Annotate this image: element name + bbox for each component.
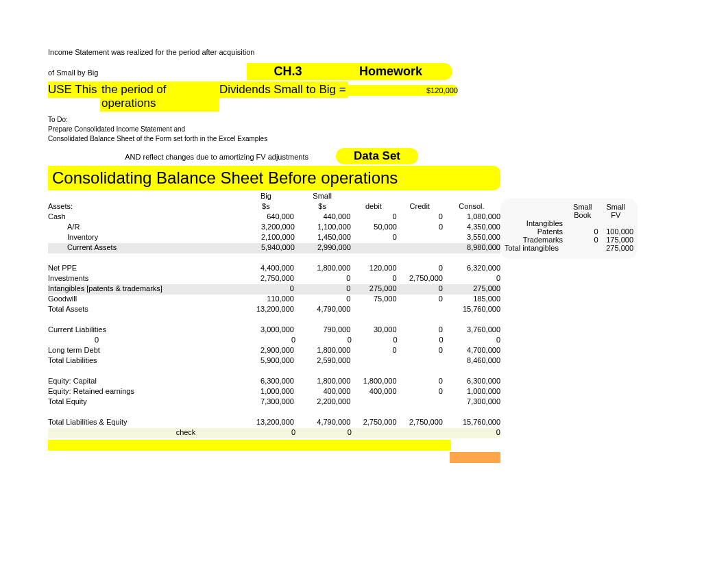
side-total-label: Total intangibles: [505, 244, 567, 252]
eqcap-big: 6,300,000: [238, 377, 294, 385]
eqcap-debit: 1,800,000: [350, 377, 396, 385]
tle-big: 13,200,000: [238, 418, 294, 426]
inventory-consol: 3,550,000: [443, 233, 500, 241]
chapter-label: CH.3: [247, 63, 329, 80]
ar-consol: 4,350,000: [443, 223, 500, 231]
footer-highlight: [48, 440, 451, 451]
goodwill-big: 110,000: [238, 295, 294, 303]
inventory-small: 1,450,000: [295, 233, 351, 241]
intangibles-small: 0: [294, 284, 350, 292]
side-patents-fv: 100,000: [598, 227, 633, 236]
eqcap-consol: 6,300,000: [443, 377, 500, 385]
tle-small: 4,790,000: [294, 418, 350, 426]
col-big: Big: [238, 192, 294, 200]
goodwill-debit: 75,000: [350, 295, 396, 303]
cl-debit: 30,000: [350, 325, 396, 334]
zero-debit: 0: [352, 336, 398, 344]
total-assets-label: Total Assets: [48, 305, 238, 313]
zero-credit: 0: [398, 336, 444, 344]
intangibles-big: 0: [238, 284, 294, 292]
col-big-unit: $s: [238, 202, 294, 210]
inventory-big: 2,100,000: [239, 233, 295, 241]
side-h2: Small: [598, 203, 633, 211]
total-assets-big: 13,200,000: [238, 305, 294, 313]
goodwill-credit: 0: [397, 295, 443, 303]
tl-label: Total Liabilities: [48, 356, 238, 364]
col-small-unit: $s: [294, 202, 350, 210]
intangibles-debit: 275,000: [350, 284, 396, 292]
side-intangibles-table: Small Small Book FV Intangibles Patents …: [500, 199, 638, 259]
note-1: Income Statement was realized for the pe…: [48, 48, 728, 56]
cash-label: Cash: [48, 212, 238, 221]
eqre-big: 1,000,000: [238, 387, 294, 395]
side-total-book: [567, 244, 598, 252]
eqcap-small: 1,800,000: [294, 377, 350, 385]
current-assets-small: 2,990,000: [295, 243, 351, 251]
balance-sheet-table: Big Small Assets: $s $s debit Credit Con…: [48, 192, 500, 451]
netppe-label: Net PPE: [48, 264, 238, 272]
side-book: Book: [567, 211, 598, 219]
investments-consol: 0: [443, 274, 500, 282]
investments-credit: 2,750,000: [397, 274, 443, 282]
todo-label: To Do:: [48, 116, 728, 123]
cl-label: Current Liabilities: [48, 325, 238, 334]
use-this-label: USE This: [48, 82, 100, 98]
zero-big: 0: [240, 336, 296, 344]
check-big: 0: [239, 428, 295, 436]
eqcap-label: Equity: Capital: [48, 377, 238, 385]
side-trademarks-fv: 175,000: [598, 236, 633, 244]
te-big: 7,300,000: [238, 397, 294, 405]
ltd-consol: 4,700,000: [443, 346, 500, 354]
ar-big: 3,200,000: [239, 223, 295, 231]
cash-consol: 1,080,000: [443, 212, 500, 221]
goodwill-small: 0: [294, 295, 350, 303]
check-consol: 0: [443, 428, 500, 436]
side-trademarks-label: Trademarks: [505, 236, 567, 244]
ltd-debit: 0: [350, 346, 396, 354]
current-assets-big: 5,940,000: [239, 243, 295, 251]
ltd-label: Long term Debt: [48, 346, 238, 354]
investments-big: 2,750,000: [238, 274, 294, 282]
todo-line-1: Prepare Consolidated Income Statement an…: [48, 125, 728, 133]
col-consol: Consol.: [443, 202, 500, 210]
ltd-big: 2,900,000: [238, 346, 294, 354]
current-assets-label: Current Assets: [48, 243, 239, 251]
te-small: 2,200,000: [294, 397, 350, 405]
netppe-consol: 6,320,000: [443, 264, 500, 272]
data-set-label: Data Set: [336, 148, 418, 164]
tl-big: 5,900,000: [238, 356, 294, 364]
zero-consol: 0: [444, 336, 501, 344]
cl-big: 3,000,000: [238, 325, 294, 334]
homework-label: Homework: [329, 63, 452, 80]
intangibles-credit: 0: [397, 284, 443, 292]
col-credit: Credit: [397, 202, 443, 210]
assets-header: Assets:: [48, 202, 238, 210]
side-trademarks-book: 0: [567, 236, 598, 244]
cash-small: 440,000: [294, 212, 350, 221]
intangibles-consol: 275,000: [443, 284, 500, 292]
total-assets-small: 4,790,000: [294, 305, 350, 313]
ltd-small: 1,800,000: [294, 346, 350, 354]
footer-highlight-orange: [450, 452, 500, 463]
goodwill-consol: 185,000: [443, 295, 500, 303]
eqre-small: 400,000: [294, 387, 350, 395]
dividends-label: Dividends Small to Big =: [219, 82, 348, 98]
eqre-consol: 1,000,000: [443, 387, 500, 395]
tl-small: 2,590,000: [294, 356, 350, 364]
netppe-credit: 0: [397, 264, 443, 272]
check-small: 0: [295, 428, 352, 436]
side-fv: FV: [598, 211, 633, 219]
netppe-debit: 120,000: [350, 264, 396, 272]
tle-consol: 15,760,000: [443, 418, 500, 426]
ltd-credit: 0: [397, 346, 443, 354]
te-consol: 7,300,000: [443, 397, 500, 405]
cash-credit: 0: [397, 212, 443, 221]
side-patents-label: Patents: [505, 227, 567, 236]
ar-credit: 0: [397, 223, 443, 231]
cl-consol: 3,760,000: [443, 325, 500, 334]
intangibles-label: Intangibles [patents & trademarks]: [48, 284, 238, 292]
investments-label: Investments: [48, 274, 238, 282]
side-h1: Small: [567, 203, 598, 211]
col-debit: debit: [350, 202, 396, 210]
zero-small: 0: [295, 336, 352, 344]
